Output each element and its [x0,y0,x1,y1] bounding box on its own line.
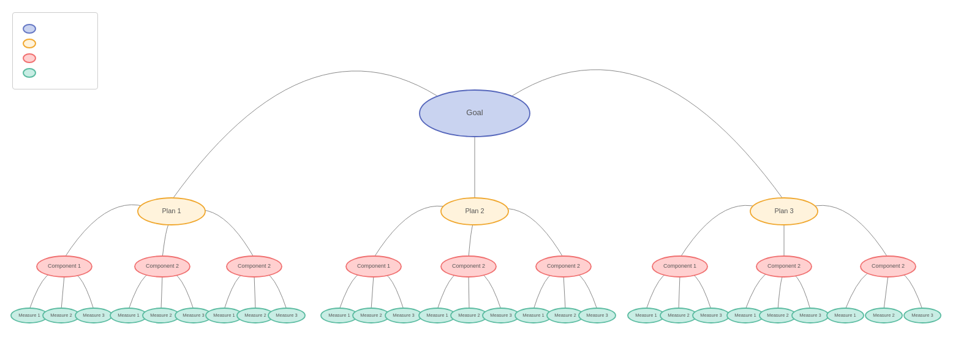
svg-text:Goal: Goal [466,108,483,117]
svg-line-7 [564,275,565,309]
svg-text:Component 2: Component 2 [452,263,485,269]
svg-text:Measure 1: Measure 1 [834,312,856,318]
svg-text:Component 1: Component 1 [663,263,696,269]
svg-line-6 [469,275,469,309]
svg-line-5 [371,275,374,309]
svg-text:Component 2: Component 2 [872,263,905,269]
svg-text:Measure 1: Measure 1 [426,312,448,318]
svg-text:Measure 3: Measure 3 [393,312,414,318]
svg-text:Plan 1: Plan 1 [162,207,181,214]
svg-text:Measure 2: Measure 2 [50,312,72,318]
svg-text:Measure 2: Measure 2 [458,312,480,318]
svg-text:Component 1: Component 1 [48,263,81,269]
svg-line-2 [61,275,64,309]
svg-text:Measure 1: Measure 1 [213,312,235,318]
svg-text:Measure 2: Measure 2 [150,312,172,318]
svg-text:Measure 1: Measure 1 [522,312,544,318]
svg-text:Measure 1: Measure 1 [328,312,350,318]
svg-text:Measure 3: Measure 3 [911,312,933,318]
svg-text:Measure 3: Measure 3 [799,312,821,318]
svg-text:Measure 2: Measure 2 [554,312,576,318]
svg-line-8 [679,275,680,309]
svg-text:Measure 3: Measure 3 [276,312,297,318]
svg-text:Component 1: Component 1 [357,263,390,269]
svg-text:Measure 2: Measure 2 [873,312,894,318]
svg-text:Measure 1: Measure 1 [18,312,40,318]
svg-text:Component 2: Component 2 [146,263,179,269]
svg-text:Measure 3: Measure 3 [490,312,511,318]
svg-text:Measure 2: Measure 2 [360,312,382,318]
svg-text:Plan 2: Plan 2 [465,207,484,214]
svg-text:Measure 1: Measure 1 [734,312,756,318]
svg-text:Measure 3: Measure 3 [700,312,722,318]
svg-text:Measure 1: Measure 1 [635,312,657,318]
svg-line-9 [884,275,888,309]
svg-text:Measure 1: Measure 1 [118,312,139,318]
svg-text:Measure 2: Measure 2 [767,312,788,318]
svg-text:Component 2: Component 2 [238,263,271,269]
svg-text:Plan 3: Plan 3 [774,207,793,214]
svg-text:Component 2: Component 2 [547,263,580,269]
svg-line-3 [161,275,162,309]
diagram-canvas: GoalPlan 1Plan 2Plan 3Component 1Compone… [0,0,980,359]
svg-text:Measure 3: Measure 3 [586,312,608,318]
svg-text:Measure 3: Measure 3 [83,312,104,318]
svg-text:Component 2: Component 2 [767,263,801,269]
svg-text:Measure 3: Measure 3 [183,312,204,318]
svg-text:Measure 2: Measure 2 [244,312,266,318]
svg-text:Measure 2: Measure 2 [668,312,689,318]
svg-line-4 [254,275,255,309]
